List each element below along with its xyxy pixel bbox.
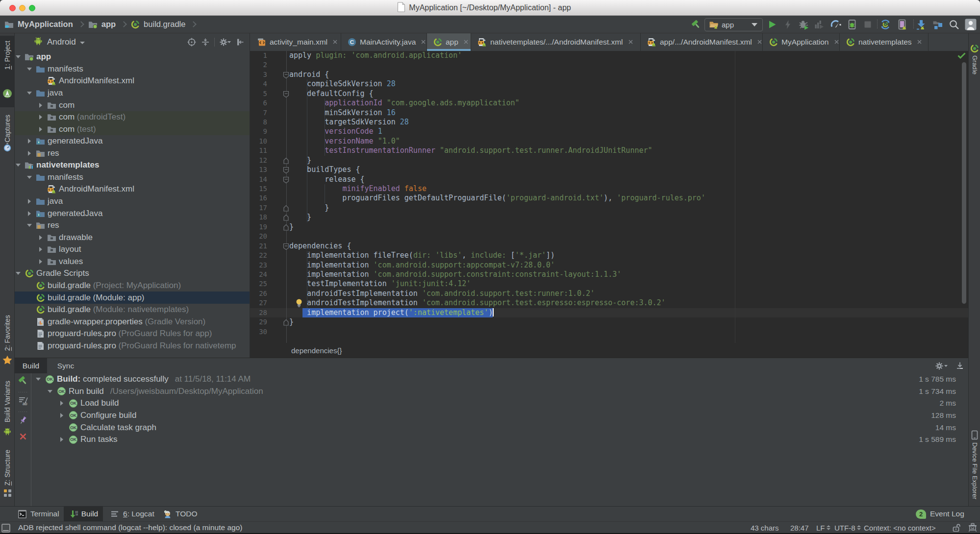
stop-button[interactable] [863, 20, 872, 29]
tree-collapsed-icon[interactable] [57, 437, 66, 442]
tree-expanded-icon[interactable] [26, 224, 33, 227]
tree-expanded-icon[interactable] [15, 55, 22, 58]
sdk-manager-button[interactable] [916, 19, 927, 30]
hector-inspection-icon[interactable] [968, 522, 978, 534]
tree-collapsed-icon[interactable] [57, 401, 66, 406]
tree-expanded-icon[interactable] [26, 92, 33, 95]
tree-item-com[interactable]: com [15, 99, 250, 111]
tree-collapsed-icon[interactable] [26, 211, 33, 216]
editor-tab-app-androidmanifest-xml[interactable]: app/.../AndroidManifest.xml [641, 33, 763, 51]
tree-item-androidmanifest-xml[interactable]: AndroidManifest.xml [15, 183, 250, 195]
tool-button-terminal[interactable]: Terminal [18, 507, 59, 521]
make-project-hammer-button[interactable] [18, 375, 28, 386]
event-log-button[interactable]: 2 Event Log [916, 507, 964, 521]
tree-item-values[interactable]: values [15, 256, 250, 268]
close-tab-icon[interactable] [834, 38, 839, 47]
tree-item-manifests[interactable]: manifests [15, 171, 250, 184]
tool-button-captures[interactable]: Captures [0, 110, 15, 155]
tree-item-manifests[interactable]: manifests [15, 63, 250, 75]
build-row-run-build[interactable]: OKRun build/Users/jweisbaum/Desktop/MyAp… [31, 386, 968, 398]
tree-collapsed-icon[interactable] [26, 199, 33, 204]
tree-item-java[interactable]: java [15, 195, 250, 208]
tool-button-z-structure[interactable]: Z: Structure [0, 445, 15, 506]
tree-expanded-icon[interactable] [34, 378, 42, 381]
gradle-sync-button[interactable] [880, 19, 891, 30]
tree-item-gradle-wrapper-properties[interactable]: gradle-wrapper.properties (Gradle Versio… [15, 316, 250, 328]
inspections-ok-icon[interactable] [957, 52, 966, 61]
tree-item-com[interactable]: com (test) [15, 123, 250, 135]
build-tab-build[interactable]: Build [15, 358, 47, 373]
breadcrumb-item-app[interactable]: app [88, 20, 131, 29]
profile-button[interactable] [814, 19, 825, 30]
tree-expanded-icon[interactable] [26, 176, 33, 179]
lock-icon[interactable] [953, 522, 960, 534]
tree-item-app[interactable]: app [15, 51, 250, 63]
collapse-all-button[interactable] [201, 38, 210, 47]
tree-collapsed-icon[interactable] [37, 115, 44, 120]
tree-item-layout[interactable]: layout [15, 243, 250, 256]
pin-button[interactable] [18, 415, 28, 425]
filter-messages-button[interactable]: ab [18, 396, 28, 406]
editor-tab-activity-main-xml[interactable]: activity_main.xml [251, 33, 341, 51]
gear-button[interactable] [219, 38, 228, 47]
tool-button-device-file-explorer[interactable]: Device File Explorer [969, 426, 980, 500]
tool-button-build[interactable]: 0110Build [64, 507, 103, 521]
editor-tab-mainactivity-java[interactable]: CMainActivity.java [341, 33, 427, 51]
tree-item-build-gradle[interactable]: build.gradle (Project: MyApplication) [15, 280, 250, 292]
avatar-button[interactable] [965, 19, 977, 30]
editor-tab-nativetemplates[interactable]: nativetemplates [840, 33, 929, 51]
avd-manager-button[interactable] [898, 19, 906, 30]
run-button[interactable] [767, 20, 777, 29]
tree-item-res[interactable]: res [15, 219, 250, 232]
tree-item-drawable[interactable]: drawable [15, 231, 250, 243]
close-tab-icon[interactable] [757, 38, 762, 47]
export-button[interactable] [955, 362, 964, 370]
status-widget-lf[interactable]: LF [816, 522, 830, 534]
editor-scrollbar[interactable] [962, 62, 966, 304]
status-widget-28-47[interactable]: 28:47 [790, 522, 809, 534]
build-row-calculate-task-graph[interactable]: OKCalculate task graph14 ms [31, 421, 968, 434]
locate-button[interactable] [187, 38, 196, 47]
build-row-load-build[interactable]: OKLoad build2 ms [31, 397, 968, 410]
gear-button[interactable] [935, 362, 944, 370]
tool-button-todo[interactable]: TODO [163, 507, 198, 521]
tree-item-nativetemplates[interactable]: nativetemplates [15, 159, 250, 171]
tree-item-java[interactable]: java [15, 87, 250, 99]
tree-expanded-icon[interactable] [26, 68, 33, 71]
tree-item-gradle-scripts[interactable]: Gradle Scripts [15, 267, 250, 280]
editor-breadcrumb[interactable]: dependencies{} [291, 346, 342, 355]
tree-collapsed-icon[interactable] [37, 103, 44, 108]
tree-item-build-gradle-module-app-[interactable]: build.gradle (Module: app) [15, 291, 250, 304]
breadcrumb-item-myapplication[interactable]: MyApplication [4, 20, 88, 29]
breadcrumb-item-build-gradle[interactable]: build.gradle [131, 20, 201, 29]
close-tab-icon[interactable] [628, 38, 633, 47]
tree-item-proguard-rules-pro[interactable]: proguard-rules.pro (ProGuard Rules for n… [15, 340, 250, 352]
editor-tab-nativetemplates-androidmanifest-xml[interactable]: nativetemplates/.../AndroidManifest.xml [471, 33, 641, 51]
tree-collapsed-icon[interactable] [37, 127, 44, 132]
status-widget-context-no-context-[interactable]: Context: <no context> [864, 522, 936, 534]
close-red-button[interactable] [19, 432, 27, 441]
tree-expanded-icon[interactable] [15, 272, 22, 275]
tree-collapsed-icon[interactable] [57, 413, 66, 418]
close-tab-icon[interactable] [332, 38, 338, 47]
profile-process-button[interactable] [848, 19, 856, 30]
tree-expanded-icon[interactable] [46, 390, 54, 393]
build-row-configure-build[interactable]: OKConfigure build128 ms [31, 410, 968, 422]
close-tab-icon[interactable] [917, 38, 922, 47]
editor-tab-myapplication[interactable]: MyApplication [763, 33, 840, 51]
panel-splitter[interactable] [250, 33, 250, 358]
apply-changes-button[interactable] [784, 20, 792, 29]
close-tab-icon[interactable] [421, 38, 426, 47]
tree-item-proguard-rules-pro[interactable]: proguard-rules.pro (ProGuard Rules for a… [15, 328, 250, 340]
tree-item-generatedjava[interactable]: generatedJava [15, 207, 250, 219]
tree-expanded-icon[interactable] [15, 164, 22, 167]
build-tab-sync[interactable]: Sync [47, 358, 84, 373]
status-widget-utf-8[interactable]: UTF-8 [834, 522, 861, 534]
tree-item-androidmanifest-xml[interactable]: AndroidManifest.xml [15, 75, 250, 87]
search-everywhere-button[interactable] [949, 19, 959, 30]
tree-collapsed-icon[interactable] [37, 259, 44, 264]
debug-button[interactable] [798, 19, 809, 30]
tree-item-generatedjava[interactable]: generatedJava [15, 135, 250, 147]
toolwindow-toggle-icon[interactable] [1, 524, 10, 533]
code-editor[interactable]: 1apply plugin: 'com.android.application'… [250, 51, 968, 343]
